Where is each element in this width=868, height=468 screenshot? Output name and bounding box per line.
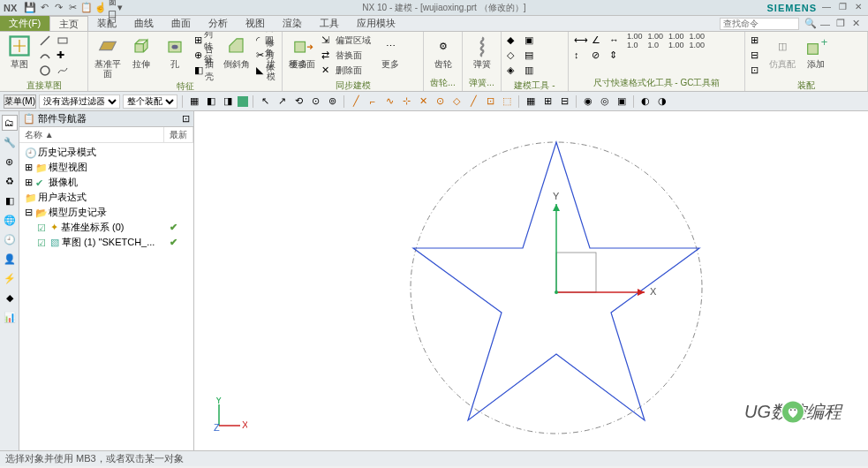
- snap4[interactable]: ⊹: [399, 94, 413, 109]
- graphics-viewport[interactable]: X Y Y X Z UG数控编程: [194, 111, 868, 450]
- file-menu[interactable]: 文件(F): [0, 16, 49, 31]
- circle-tool[interactable]: [39, 64, 51, 78]
- tree-sketch[interactable]: ☑▧草图 (1) "SKETCH_...✔: [19, 235, 193, 250]
- hd3d-tab[interactable]: ◧: [2, 192, 18, 208]
- view1[interactable]: ▦: [524, 94, 538, 109]
- arc-tool[interactable]: [39, 49, 51, 63]
- tree-model-view[interactable]: ⊞📁模型视图: [19, 160, 193, 175]
- point-tool[interactable]: ✚: [57, 49, 69, 63]
- gear-button[interactable]: ⚙齿轮: [429, 34, 457, 69]
- asm3[interactable]: ⊡: [751, 64, 763, 78]
- util2[interactable]: ◇: [507, 49, 519, 63]
- sketch-button[interactable]: 草图: [5, 34, 34, 69]
- render2[interactable]: ◑: [655, 94, 669, 109]
- render1[interactable]: ◐: [638, 94, 653, 109]
- help-icon[interactable]: 🔍: [804, 18, 817, 30]
- col-name[interactable]: 名称 ▲: [19, 127, 164, 142]
- undo-icon[interactable]: ↶: [38, 2, 50, 14]
- touch-icon[interactable]: ☝: [94, 2, 107, 14]
- spline-tool[interactable]: [57, 64, 69, 78]
- shade2[interactable]: ◎: [598, 94, 612, 109]
- util4[interactable]: ▣: [525, 34, 537, 48]
- shell-button[interactable]: ◧抽壳: [194, 64, 217, 78]
- dim-val1[interactable]: 1.001.0: [627, 34, 643, 48]
- close-icon[interactable]: ✕: [852, 2, 864, 14]
- view2[interactable]: ⊞: [540, 94, 555, 109]
- dim1[interactable]: ⟷: [574, 34, 586, 48]
- util3[interactable]: ◈: [507, 64, 519, 78]
- shade3[interactable]: ▣: [615, 94, 629, 109]
- tab-assembly[interactable]: 装配: [88, 16, 125, 31]
- util6[interactable]: ▥: [525, 64, 537, 78]
- nav-tab[interactable]: 🗂: [2, 115, 18, 131]
- extrude-button[interactable]: 拉伸: [127, 34, 155, 69]
- dim-val4[interactable]: 1.001.00: [690, 34, 706, 48]
- dim6[interactable]: ⇕: [609, 49, 622, 63]
- view3[interactable]: ⊟: [557, 94, 571, 109]
- scope-select[interactable]: 整个装配: [123, 94, 177, 109]
- sel8[interactable]: ⊚: [325, 94, 339, 109]
- snap5[interactable]: ✕: [416, 94, 430, 109]
- tab-home[interactable]: 主页: [49, 16, 88, 31]
- util1[interactable]: ◆: [507, 34, 519, 48]
- constraint-tab[interactable]: ⊛: [2, 154, 18, 170]
- snap6[interactable]: ⊙: [433, 94, 447, 109]
- tab-render[interactable]: 渲染: [274, 16, 311, 31]
- snap7[interactable]: ◇: [449, 94, 464, 109]
- snap10[interactable]: ⬚: [500, 94, 514, 109]
- chamfer-button[interactable]: 倒斜角: [223, 34, 251, 69]
- asm1[interactable]: ⊞: [751, 34, 763, 48]
- sel-color[interactable]: [238, 96, 248, 107]
- snap8[interactable]: ╱: [466, 94, 480, 109]
- filter-select[interactable]: 没有选择过滤器: [39, 94, 120, 109]
- tab-analysis[interactable]: 分析: [200, 16, 237, 31]
- tab-tools[interactable]: 工具: [311, 16, 348, 31]
- util5[interactable]: ▤: [525, 49, 537, 63]
- delete-button[interactable]: ✕删除面: [321, 64, 371, 78]
- tab-curve[interactable]: 曲线: [125, 16, 162, 31]
- snap9[interactable]: ⊡: [483, 94, 497, 109]
- copy-icon[interactable]: ✂: [66, 2, 79, 14]
- asm-tab[interactable]: 🔧: [2, 134, 18, 150]
- dim-val2[interactable]: 1.001.0: [648, 34, 664, 48]
- dim4[interactable]: ⊘: [592, 49, 604, 63]
- tree-history-mode[interactable]: 🕘历史记录模式: [19, 145, 193, 160]
- more-tab1[interactable]: ◆: [2, 290, 18, 306]
- sys-tab[interactable]: ⚡: [2, 270, 18, 286]
- snap1[interactable]: ╱: [349, 94, 363, 109]
- history-tab[interactable]: 🕘: [2, 231, 18, 247]
- save-icon[interactable]: 💾: [24, 2, 36, 14]
- snap3[interactable]: ∿: [382, 94, 396, 109]
- tab-view[interactable]: 视图: [237, 16, 274, 31]
- add-button[interactable]: +添加: [802, 34, 830, 69]
- dim-val3[interactable]: 1.001.00: [668, 34, 684, 48]
- shade1[interactable]: ◉: [581, 94, 595, 109]
- reuse-tab[interactable]: ♻: [2, 173, 18, 189]
- tree-expressions[interactable]: 📁用户表达式: [19, 190, 193, 205]
- line-tool[interactable]: [39, 34, 51, 48]
- datum-button[interactable]: 基准平面: [94, 34, 122, 79]
- search-input[interactable]: [720, 18, 799, 30]
- sel2[interactable]: ◧: [204, 94, 218, 109]
- tree-datum[interactable]: ☑✦基准坐标系 (0)✔: [19, 220, 193, 235]
- nav-pin-icon[interactable]: ⊡: [182, 113, 190, 125]
- dim3[interactable]: ∠: [592, 34, 604, 48]
- col-recent[interactable]: 最新: [164, 127, 193, 142]
- hole-button[interactable]: 孔: [161, 34, 189, 69]
- sel5[interactable]: ↗: [275, 94, 289, 109]
- paste-icon[interactable]: 📋: [80, 2, 93, 14]
- offset-button[interactable]: ⇲偏置区域: [321, 34, 371, 48]
- ribbon-restore-icon[interactable]: ❐: [836, 18, 849, 29]
- more-tab2[interactable]: 📊: [2, 309, 18, 325]
- tree-model-history[interactable]: ⊟📂模型历史记录: [19, 205, 193, 220]
- tab-app[interactable]: 应用模块: [348, 16, 404, 31]
- moveface-button[interactable]: 移动面: [288, 34, 316, 69]
- tab-surface[interactable]: 曲面: [162, 16, 200, 31]
- menu-button[interactable]: 菜单(M): [4, 94, 36, 109]
- asm2[interactable]: ⊟: [751, 49, 763, 63]
- sel7[interactable]: ⊙: [308, 94, 322, 109]
- replace-button[interactable]: ⇄替换面: [321, 49, 371, 63]
- sync-more[interactable]: ⋯更多: [376, 34, 404, 69]
- dim2[interactable]: ↕: [574, 49, 586, 63]
- sel6[interactable]: ⟲: [291, 94, 306, 109]
